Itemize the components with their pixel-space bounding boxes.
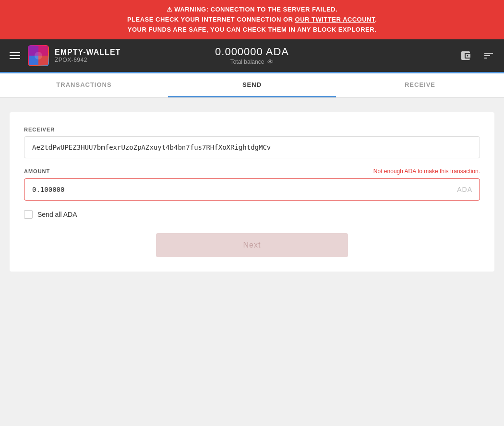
amount-error: Not enough ADA to make this transaction. — [373, 168, 480, 175]
nav-tabs: TRANSACTIONS SEND RECEIVE — [0, 73, 504, 98]
eye-icon[interactable]: 👁 — [267, 58, 274, 66]
currency-label: ADA — [457, 186, 472, 193]
balance-label: Total balance 👁 — [215, 58, 289, 66]
tab-send[interactable]: SEND — [168, 73, 336, 97]
wallet-info: EMPTY-WALLET ZPOX-6942 — [55, 48, 120, 63]
settings-icon[interactable] — [481, 48, 496, 63]
wallet-id: ZPOX-6942 — [55, 57, 120, 63]
warning-text-pre: PLEASE CHECK YOUR INTERNET CONNECTION OR — [127, 16, 295, 23]
wallet-name: EMPTY-WALLET — [55, 48, 120, 57]
amount-wrapper: ADA — [24, 178, 480, 201]
amount-group: AMOUNT Not enough ADA to make this trans… — [24, 168, 480, 201]
send-all-row: Send all ADA — [24, 210, 480, 219]
warning-text-post: . — [375, 16, 377, 23]
header-right — [458, 48, 496, 63]
send-all-checkbox[interactable] — [24, 210, 33, 219]
wallet-icon[interactable] — [458, 48, 473, 63]
warning-line2: PLEASE CHECK YOUR INTERNET CONNECTION OR… — [10, 15, 494, 25]
send-all-label[interactable]: Send all ADA — [37, 211, 77, 218]
receiver-group: RECEIVER — [24, 127, 480, 158]
tab-receive[interactable]: RECEIVE — [336, 73, 504, 97]
warning-banner: ⚠ WARNING: CONNECTION TO THE SERVER FAIL… — [0, 0, 504, 39]
tab-transactions[interactable]: TRANSACTIONS — [0, 73, 168, 97]
balance-amount: 0.000000 ADA — [215, 46, 289, 58]
receiver-input[interactable] — [24, 136, 480, 158]
main-content: RECEIVER AMOUNT Not enough ADA to make t… — [0, 98, 504, 426]
wallet-avatar — [28, 45, 49, 66]
svg-point-5 — [35, 52, 42, 59]
warning-line1: ⚠ WARNING: CONNECTION TO THE SERVER FAIL… — [10, 5, 494, 15]
menu-icon[interactable] — [8, 50, 22, 61]
warning-line3: YOUR FUNDS ARE SAFE, YOU CAN CHECK THEM … — [10, 25, 494, 35]
next-button[interactable]: Next — [156, 233, 348, 257]
amount-input[interactable] — [24, 178, 480, 201]
header-center: 0.000000 ADA Total balance 👁 — [215, 46, 289, 66]
twitter-link[interactable]: OUR TWITTER ACCOUNT — [295, 16, 375, 23]
header: EMPTY-WALLET ZPOX-6942 0.000000 ADA Tota… — [0, 39, 504, 72]
amount-label: AMOUNT Not enough ADA to make this trans… — [24, 168, 480, 175]
receiver-label: RECEIVER — [24, 127, 480, 132]
send-card: RECEIVER AMOUNT Not enough ADA to make t… — [10, 112, 494, 272]
